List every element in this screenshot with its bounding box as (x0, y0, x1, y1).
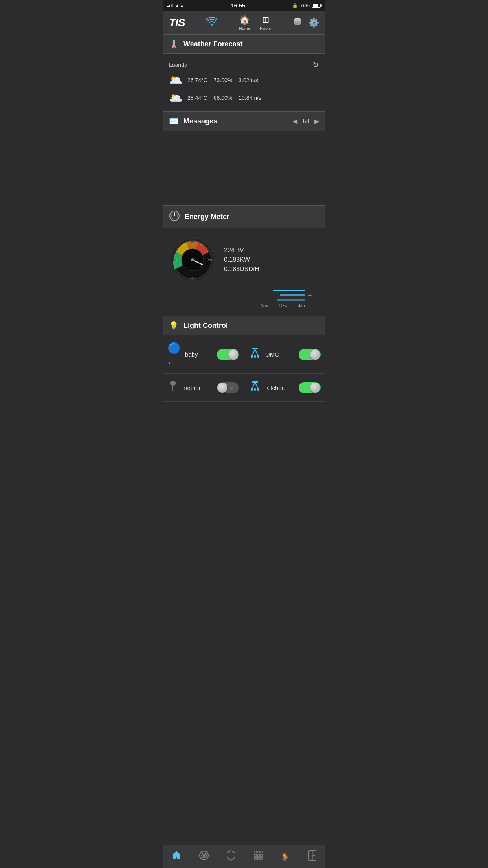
prev-message-button[interactable]: ◀ (293, 118, 297, 125)
ceiling-icon-kitchen (249, 381, 261, 394)
weather-row-2: 🌥️ 28.44°C 68.00% 10.84m/s (169, 89, 319, 107)
light-item-mother: mother OFF (163, 374, 244, 402)
weather-location: Luanda (169, 62, 187, 68)
toggle-omg[interactable] (299, 349, 321, 360)
refresh-button[interactable]: ↻ (312, 60, 319, 70)
messages-nav: ◀ 1/4 ▶ (293, 118, 319, 125)
weather-location-row: Luanda ↻ (169, 59, 319, 71)
nav-right: ⚙️ (293, 17, 319, 29)
weather-stats-2: 28.44°C 68.00% 10.84m/s (187, 95, 261, 101)
weather-humidity-2: 68.00% (214, 95, 232, 101)
light-cell-inner-omg: OMG (249, 348, 279, 361)
database-icon[interactable] (293, 17, 302, 29)
status-left: ▲▲ (167, 3, 184, 8)
light-title: Light Control (183, 322, 228, 330)
weather-wind-2: 10.84m/s (238, 95, 261, 101)
chart-month-dec: Dec (279, 303, 287, 308)
messages-left: ✉️ Messages (169, 116, 217, 126)
svg-point-35 (254, 388, 256, 391)
toggle-knob-omg (310, 349, 320, 360)
lightbulb-icon: 💡 (169, 321, 179, 330)
envelope-icon: ✉️ (169, 116, 179, 126)
energy-content: 224.3V 0.188KW 0.188USD/H → Nov Dec (163, 228, 325, 316)
lock-icon: 🔒 (292, 3, 298, 8)
messages-section-header: ✉️ Messages ◀ 1/4 ▶ (163, 112, 325, 131)
light-cell-inner-baby: 🔵▲ baby (167, 342, 198, 367)
toggle-mother[interactable]: OFF (217, 382, 239, 393)
light-item-kitchen: Kitchen (244, 374, 325, 402)
weather-humidity-1: 73.00% (214, 77, 232, 83)
chart-arrow-icon: → (306, 292, 313, 299)
weather-temp-1: 26.74°C (187, 77, 207, 83)
light-item-baby: 🔵▲ baby (163, 335, 244, 374)
energy-chart: → Nov Dec Jan (169, 290, 319, 308)
light-cell-inner-mother: mother (167, 380, 201, 395)
svg-line-23 (255, 349, 258, 356)
svg-point-16 (191, 240, 194, 243)
energy-section-header: Energy Meter (163, 206, 325, 228)
toggle-knob-mother (217, 383, 227, 393)
svg-point-18 (173, 259, 175, 261)
light-name-mother: mother (182, 384, 201, 391)
energy-cost: 0.188USD/H (224, 266, 259, 273)
nav-home[interactable]: 🏠 Home (239, 15, 250, 31)
weather-content: Luanda ↻ 🌥️ 26.74°C 73.00% 3.02m/s 🌥️ 28… (163, 54, 325, 112)
messages-body (163, 131, 325, 206)
message-page: 1/4 (302, 118, 310, 124)
room-label: Room (260, 26, 271, 31)
weather-section-header: 🌡️ Weather Forecast (163, 35, 325, 54)
top-nav: TIS 🏠 Home ⊞ Room ⚙️ (163, 11, 325, 35)
home-icon: 🏠 (239, 15, 250, 25)
toggle-kitchen[interactable] (299, 382, 321, 393)
weather-row-1: 🌥️ 26.74°C 73.00% 3.02m/s (169, 71, 319, 89)
svg-line-31 (252, 383, 255, 389)
svg-point-24 (251, 355, 253, 358)
home-label: Home (239, 26, 250, 31)
svg-point-25 (254, 355, 256, 358)
energy-power: 0.188KW (224, 256, 259, 263)
ceiling-icon-omg (249, 348, 261, 361)
weather-stats-1: 26.74°C 73.00% 3.02m/s (187, 77, 258, 83)
weather-title: Weather Forecast (183, 40, 243, 48)
battery-percent: 79% (300, 3, 310, 8)
svg-rect-20 (252, 348, 258, 349)
svg-point-27 (170, 381, 176, 386)
status-time: 16:55 (231, 2, 245, 9)
energy-main: 224.3V 0.188KW 0.188USD/H (169, 236, 319, 283)
next-message-button[interactable]: ▶ (314, 118, 319, 125)
status-bar: ▲▲ 16:55 🔒 79% (163, 0, 325, 11)
nav-room[interactable]: ⊞ Room (260, 15, 271, 31)
light-name-kitchen: Kitchen (265, 384, 285, 391)
messages-title: Messages (183, 117, 217, 125)
status-right: 🔒 79% (292, 3, 321, 8)
cloud-icon-1: 🌥️ (169, 74, 183, 86)
speedometer-icon (169, 210, 180, 223)
thermometer-icon: 🌡️ (169, 39, 179, 49)
svg-line-33 (255, 383, 258, 389)
svg-point-34 (251, 388, 253, 391)
light-name-baby: baby (185, 351, 198, 358)
toggle-baby[interactable] (217, 349, 239, 360)
wifi-status-icon: ▲▲ (175, 3, 184, 8)
energy-title: Energy Meter (185, 213, 229, 221)
svg-point-19 (210, 259, 212, 261)
svg-rect-30 (252, 381, 258, 383)
svg-point-15 (191, 258, 194, 261)
signal-icon (167, 4, 173, 7)
svg-point-36 (257, 388, 259, 391)
wifi-icon[interactable] (206, 17, 217, 28)
lamp-icon-mother (167, 380, 178, 395)
svg-point-26 (257, 355, 259, 358)
energy-values: 224.3V 0.188KW 0.188USD/H (224, 247, 259, 273)
light-section-header: 💡 Light Control (163, 316, 325, 335)
battery-icon (312, 4, 321, 8)
lights-grid: 🔵▲ baby OMG (163, 335, 325, 402)
svg-line-21 (252, 349, 255, 356)
lamp-icon-baby: 🔵▲ (167, 342, 181, 367)
weather-temp-2: 28.44°C (187, 95, 207, 101)
settings-icon[interactable]: ⚙️ (308, 18, 319, 28)
app-logo: TIS (169, 17, 185, 29)
toggle-knob-baby (228, 349, 238, 360)
nav-icons: 🏠 Home ⊞ Room (239, 15, 272, 31)
light-cell-inner-kitchen: Kitchen (249, 381, 285, 394)
